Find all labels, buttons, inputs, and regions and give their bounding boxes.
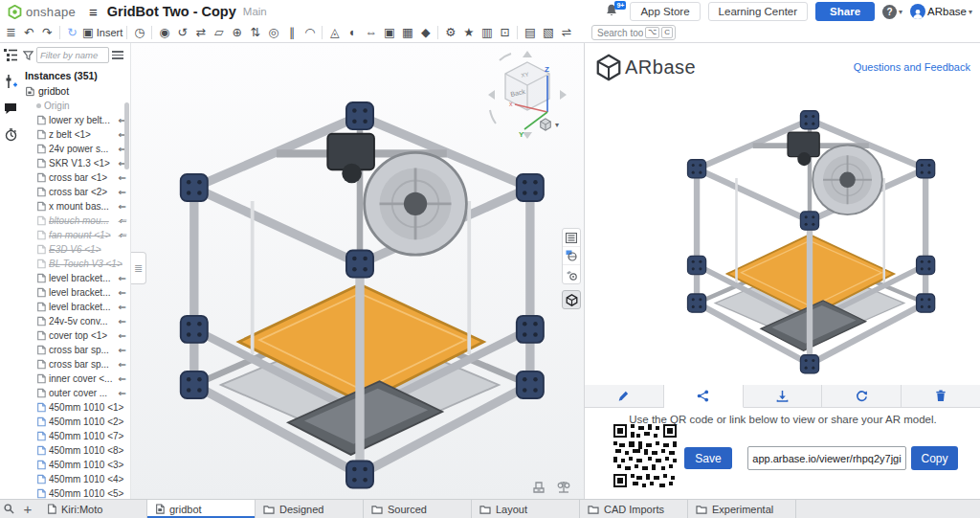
toolbar-icon[interactable] bbox=[59, 26, 60, 39]
toolbar-icon[interactable]: ⚙ bbox=[441, 24, 459, 41]
filter-by-name-input[interactable] bbox=[36, 47, 109, 63]
isolate-button[interactable] bbox=[563, 247, 580, 265]
instance-row[interactable]: cross bar sp... ⇐ bbox=[21, 343, 130, 357]
ar-tab[interactable] bbox=[664, 385, 744, 408]
toolbar-icon[interactable]: ◠ bbox=[301, 24, 319, 41]
toolbar-icon[interactable]: ↶ bbox=[20, 24, 38, 41]
app-store-button[interactable]: App Store bbox=[630, 2, 700, 21]
toolbar-icon[interactable]: ≣ bbox=[2, 24, 20, 41]
toolbar-icon[interactable]: ▱ bbox=[210, 24, 228, 41]
document-menu-icon[interactable]: ≡ bbox=[89, 4, 98, 20]
instance-row[interactable]: cross bar sp... ⇐ bbox=[21, 357, 130, 372]
learning-center-button[interactable]: Learning Center bbox=[708, 2, 808, 21]
toolbar-icon[interactable]: ▣ bbox=[380, 24, 398, 41]
toolbar-icon[interactable]: ▧ bbox=[539, 24, 557, 41]
ar-tab[interactable] bbox=[585, 385, 664, 408]
toolbar-icon[interactable]: ◎ bbox=[264, 24, 282, 41]
document-tab[interactable]: CAD Imports bbox=[580, 500, 688, 518]
configurations-icon[interactable] bbox=[3, 74, 18, 89]
search-tabs-icon[interactable] bbox=[4, 504, 14, 514]
instance-row[interactable]: z belt <1> ⇐ bbox=[21, 127, 130, 142]
toolbar-icon[interactable] bbox=[151, 26, 152, 39]
instance-row[interactable]: 450mm 1010 <7> ⇐ bbox=[21, 429, 130, 443]
printer-icon[interactable] bbox=[532, 481, 546, 493]
toolbar-icon[interactable]: ⊡ bbox=[496, 24, 514, 41]
instance-row[interactable]: cross bar <1> ⇐ bbox=[21, 170, 130, 185]
instance-row[interactable]: 24v power s... ⇐ bbox=[21, 142, 130, 156]
panel-layout-button[interactable] bbox=[563, 229, 580, 247]
toolbar-icon[interactable]: ⇌ bbox=[557, 24, 575, 41]
ar-tab[interactable] bbox=[744, 385, 823, 408]
instance-row[interactable]: outer cover ... ⇐ bbox=[21, 386, 130, 400]
toolbar-icon[interactable]: ◐ bbox=[344, 24, 362, 41]
copy-button[interactable]: Copy bbox=[911, 446, 958, 470]
toolbar-icon[interactable]: ◷ bbox=[130, 24, 148, 41]
search-tools-box[interactable]: ⌥ C bbox=[591, 25, 676, 40]
toolbar-icon[interactable]: ◬ bbox=[325, 24, 344, 41]
toolbar-icon[interactable]: ▣Insert bbox=[81, 24, 123, 41]
toolbar-icon[interactable]: ⇅ bbox=[246, 24, 264, 41]
document-tab[interactable]: Sourced bbox=[364, 500, 472, 518]
history-icon[interactable] bbox=[3, 127, 18, 143]
document-tab[interactable]: Designed bbox=[256, 500, 364, 518]
onshape-logo[interactable]: onshape bbox=[8, 5, 76, 19]
printer-3d-model[interactable] bbox=[139, 89, 581, 499]
instance-row[interactable]: 24v-5v conv... ⇐ bbox=[21, 314, 130, 328]
instance-row[interactable]: 450mm 1010 <8> ⇐ bbox=[21, 443, 130, 458]
instance-row[interactable]: 450mm 1010 <4> ⇐ bbox=[21, 472, 130, 486]
toolbar-icon[interactable]: ∥ bbox=[282, 24, 301, 41]
instance-row[interactable]: cross bar <2> ⇐ bbox=[21, 185, 130, 199]
toolbar-icon[interactable]: ★ bbox=[459, 24, 478, 41]
instance-row[interactable]: level bracket... ⇐ bbox=[21, 300, 130, 314]
instance-row[interactable]: SKR V1.3 <1> ⇐ bbox=[21, 156, 130, 170]
toolbar-icon[interactable]: ↷ bbox=[38, 24, 56, 41]
workspace-label[interactable]: Main bbox=[243, 6, 267, 17]
toolbar-icon[interactable]: ◉ bbox=[155, 24, 173, 41]
instance-row[interactable]: 450mm 1010 <1> ⇐ bbox=[21, 400, 130, 415]
instance-row[interactable]: Origin ⇐ bbox=[21, 99, 130, 113]
assembly-tree-icon[interactable] bbox=[3, 47, 18, 62]
instance-row[interactable]: fan mount <1> ⇐ bbox=[21, 228, 130, 242]
instance-row[interactable]: BL Touch V3 <1> ⇐ bbox=[21, 257, 130, 271]
instance-row[interactable]: x mount bas... ⇐ bbox=[21, 199, 130, 214]
instance-row[interactable]: 450mm 1010 <5> ⇐ bbox=[21, 486, 130, 499]
instance-row[interactable]: inner cover <... ⇐ bbox=[21, 372, 130, 386]
instances-scrollbar[interactable] bbox=[124, 102, 129, 169]
toolbar-icon[interactable]: ↺ bbox=[173, 24, 191, 41]
share-link-input[interactable] bbox=[747, 446, 906, 470]
instance-row[interactable]: 450mm 1010 <2> ⇐ bbox=[21, 415, 130, 429]
comments-icon[interactable] bbox=[3, 101, 18, 116]
toolbar-icon[interactable]: ▦ bbox=[398, 24, 416, 41]
ar-tab[interactable] bbox=[902, 385, 980, 408]
add-tab-button[interactable]: + bbox=[20, 501, 35, 517]
view-options-button[interactable]: ▾ bbox=[539, 118, 559, 131]
document-tab[interactable]: gridbot bbox=[147, 500, 256, 518]
toolbar-icon[interactable] bbox=[322, 26, 323, 39]
edit-in-place-button[interactable] bbox=[563, 265, 580, 283]
share-button[interactable]: Share bbox=[815, 2, 875, 21]
panel-collapse-handle[interactable]: ≣ bbox=[131, 252, 146, 284]
instance-row[interactable]: 450mm 1010 <3> ⇐ bbox=[21, 458, 130, 472]
toolbar-icon[interactable]: ⇄ bbox=[191, 24, 210, 41]
toolbar-icon[interactable] bbox=[126, 26, 127, 39]
ar-model-preview[interactable] bbox=[663, 99, 956, 392]
document-tab[interactable]: Layout bbox=[472, 500, 580, 518]
measure-icon[interactable] bbox=[557, 481, 570, 493]
toolbar-icon[interactable]: ↻ bbox=[63, 24, 81, 41]
toolbar-icon[interactable]: ▥ bbox=[478, 24, 496, 41]
toolbar-icon[interactable]: ◆ bbox=[416, 24, 434, 41]
toolbar-icon[interactable]: ⊕ bbox=[228, 24, 246, 41]
instance-row[interactable]: bltouch mou... ⇐ bbox=[21, 214, 130, 228]
document-tab[interactable]: Experimental bbox=[688, 500, 796, 518]
toolbar-icon[interactable] bbox=[437, 26, 438, 39]
toolbar-icon[interactable]: ⇔ bbox=[362, 24, 380, 41]
notifications-bell-icon[interactable]: 9+ bbox=[605, 3, 622, 20]
toolbar-icon[interactable] bbox=[517, 26, 518, 39]
instance-row[interactable]: level bracket... ⇐ bbox=[21, 285, 130, 300]
document-tab[interactable]: Kiri:Moto bbox=[39, 500, 147, 518]
filter-icon[interactable] bbox=[23, 51, 33, 60]
instance-row[interactable]: lower xy belt... ⇐ bbox=[21, 113, 130, 127]
user-menu[interactable]: ARbase ▾ bbox=[910, 4, 972, 19]
save-button[interactable]: Save bbox=[684, 447, 732, 469]
instance-row[interactable]: cover top <1> ⇐ bbox=[21, 328, 130, 343]
